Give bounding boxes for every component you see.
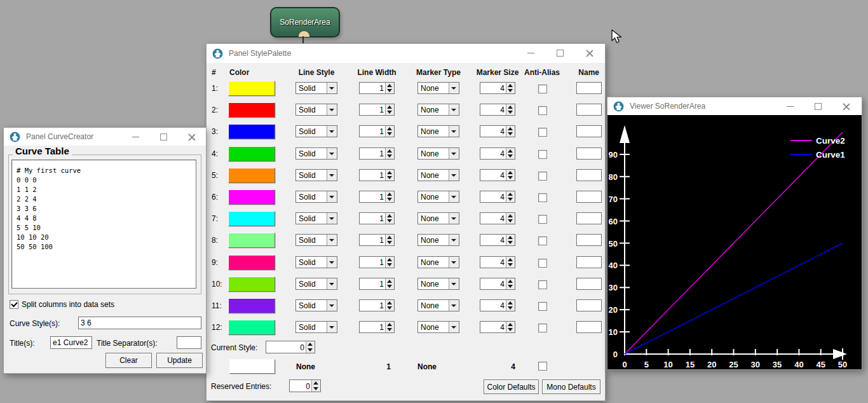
anti-alias-checkbox[interactable]	[538, 280, 547, 289]
line-width-spinner[interactable]: 1	[359, 278, 395, 290]
anti-alias-checkbox[interactable]	[538, 236, 547, 245]
split-columns-checkbox[interactable]	[10, 300, 18, 309]
spin-down-icon[interactable]	[508, 241, 513, 244]
chevron-down-icon[interactable]	[327, 257, 337, 268]
chevron-down-icon[interactable]	[327, 148, 337, 159]
spin-down-icon[interactable]	[387, 306, 392, 310]
line-style-select[interactable]: Solid	[295, 147, 337, 160]
style-palette-titlebar[interactable]: Panel StylePalette	[207, 44, 605, 63]
spin-up-icon[interactable]	[387, 258, 392, 261]
color-swatch-button[interactable]	[228, 211, 275, 226]
close-button[interactable]	[842, 102, 850, 111]
chevron-down-icon[interactable]	[449, 104, 459, 115]
marker-size-spinner[interactable]: 4	[480, 234, 515, 246]
color-swatch-button[interactable]	[228, 298, 275, 313]
render-area[interactable]: 051015202530354045500102030405060708090C…	[607, 115, 862, 369]
line-style-select[interactable]: Solid	[295, 321, 337, 333]
marker-size-spinner[interactable]: 4	[480, 278, 515, 290]
line-style-select[interactable]: Solid	[295, 82, 337, 94]
spin-down-icon[interactable]	[508, 154, 513, 158]
minimize-button[interactable]	[527, 49, 535, 57]
spin-up-icon[interactable]	[313, 381, 318, 385]
spin-up-icon[interactable]	[387, 171, 392, 174]
default-anti-alias-checkbox[interactable]	[538, 362, 547, 371]
anti-alias-checkbox[interactable]	[538, 85, 547, 93]
spin-up-icon[interactable]	[387, 84, 392, 87]
spin-up-icon[interactable]	[387, 106, 392, 109]
spin-up-icon[interactable]	[387, 280, 392, 283]
spin-down-icon[interactable]	[387, 285, 392, 288]
marker-type-select[interactable]: None	[417, 278, 459, 290]
line-width-spinner[interactable]: 1	[359, 234, 395, 246]
spin-up-icon[interactable]	[387, 127, 392, 130]
anti-alias-checkbox[interactable]	[538, 193, 547, 202]
spin-down-icon[interactable]	[508, 111, 513, 114]
line-width-spinner[interactable]: 1	[359, 212, 395, 224]
clear-button[interactable]: Clear	[105, 353, 152, 368]
line-style-select[interactable]: Solid	[295, 212, 337, 224]
color-swatch-button[interactable]	[228, 124, 275, 139]
minimize-button[interactable]	[786, 102, 794, 111]
spin-up-icon[interactable]	[387, 149, 392, 153]
marker-size-spinner[interactable]: 4	[480, 147, 515, 160]
chevron-down-icon[interactable]	[449, 126, 459, 137]
spin-up-icon[interactable]	[508, 301, 513, 304]
name-input[interactable]	[576, 321, 602, 333]
spin-up-icon[interactable]	[508, 193, 513, 196]
name-input[interactable]	[576, 125, 602, 137]
name-input[interactable]	[576, 82, 602, 94]
marker-type-select[interactable]: None	[417, 125, 459, 137]
maximize-button[interactable]	[159, 133, 168, 141]
chevron-down-icon[interactable]	[449, 148, 459, 159]
spin-up-icon[interactable]	[387, 214, 392, 217]
maximize-button[interactable]	[556, 49, 564, 57]
spin-down-icon[interactable]	[387, 111, 392, 114]
marker-type-select[interactable]: None	[417, 234, 459, 246]
spin-down-icon[interactable]	[387, 154, 392, 158]
line-style-select[interactable]: Solid	[295, 169, 337, 181]
marker-type-select[interactable]: None	[417, 256, 459, 268]
name-input[interactable]	[576, 212, 602, 224]
chevron-down-icon[interactable]	[449, 278, 459, 289]
chevron-down-icon[interactable]	[449, 257, 459, 268]
reserved-entries-spinner[interactable]: 0	[289, 379, 321, 392]
line-width-spinner[interactable]: 1	[359, 256, 395, 268]
spin-up-icon[interactable]	[387, 323, 392, 326]
line-width-spinner[interactable]: 1	[359, 191, 395, 203]
marker-size-spinner[interactable]: 4	[480, 104, 515, 116]
spin-down-icon[interactable]	[508, 198, 513, 201]
spin-up-icon[interactable]	[508, 84, 513, 87]
spin-down-icon[interactable]	[508, 306, 513, 310]
marker-type-select[interactable]: None	[417, 147, 459, 160]
chevron-down-icon[interactable]	[449, 322, 459, 332]
color-swatch-button[interactable]	[228, 168, 275, 183]
spin-down-icon[interactable]	[387, 176, 392, 179]
spin-up-icon[interactable]	[508, 127, 513, 130]
spin-up-icon[interactable]	[508, 258, 513, 261]
name-input[interactable]	[576, 191, 602, 203]
line-width-spinner[interactable]: 1	[359, 169, 395, 181]
marker-size-spinner[interactable]: 4	[480, 256, 515, 268]
chevron-down-icon[interactable]	[327, 126, 337, 137]
chevron-down-icon[interactable]	[327, 191, 337, 202]
line-style-select[interactable]: Solid	[295, 191, 337, 203]
marker-size-spinner[interactable]: 4	[480, 321, 515, 333]
maximize-button[interactable]	[814, 102, 822, 111]
anti-alias-checkbox[interactable]	[538, 128, 547, 137]
name-input[interactable]	[576, 169, 602, 181]
line-width-spinner[interactable]: 1	[359, 104, 395, 116]
line-width-spinner[interactable]: 1	[359, 147, 395, 160]
name-input[interactable]	[576, 147, 602, 160]
default-color-swatch-button[interactable]	[229, 359, 275, 374]
marker-type-select[interactable]: None	[417, 82, 459, 94]
chevron-down-icon[interactable]	[449, 191, 459, 202]
chevron-down-icon[interactable]	[327, 322, 337, 332]
spin-up-icon[interactable]	[508, 214, 513, 217]
line-width-spinner[interactable]: 1	[359, 299, 395, 311]
marker-size-spinner[interactable]: 4	[480, 299, 515, 311]
line-style-select[interactable]: Solid	[295, 299, 337, 311]
marker-type-select[interactable]: None	[417, 169, 459, 181]
marker-size-spinner[interactable]: 4	[480, 169, 515, 181]
color-swatch-button[interactable]	[228, 277, 275, 292]
close-button[interactable]	[187, 133, 196, 141]
